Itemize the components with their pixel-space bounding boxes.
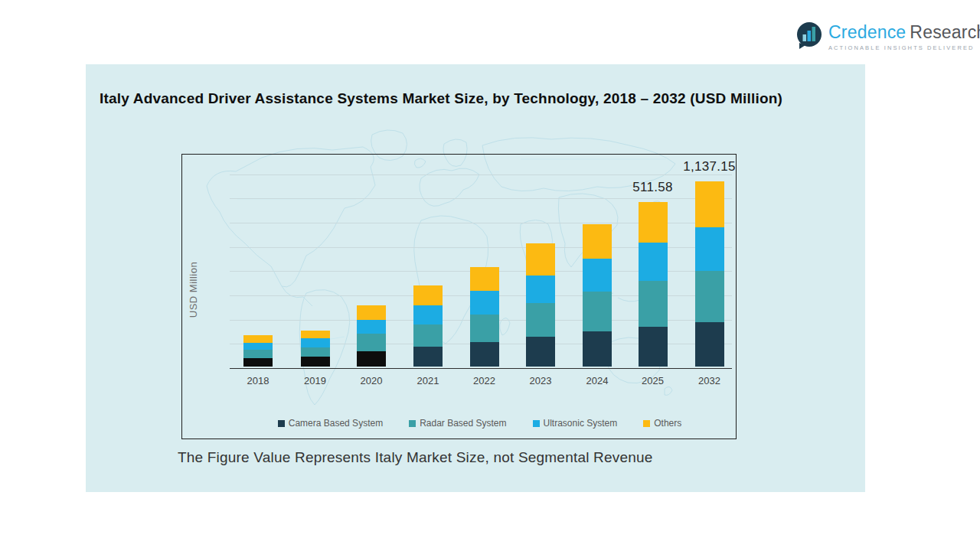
bar-segment-ultrasonic-system (695, 227, 724, 271)
logo-wordmark: CredenceResearch (828, 22, 980, 43)
legend-item-camera-based-system: Camera Based System (278, 418, 383, 429)
gridline (230, 198, 732, 199)
bar-segment-radar-based-system (583, 292, 612, 331)
bar-segment-ultrasonic-system (357, 320, 386, 333)
logo-bars-icon (796, 20, 824, 51)
x-tick-label: 2023 (518, 375, 564, 386)
plot-area: 20182019202020212022202320242025511.5820… (182, 155, 736, 439)
bar-segment-radar-based-system (357, 334, 386, 351)
legend-item-radar-based-system: Radar Based System (409, 418, 506, 429)
bar-segment-radar-based-system (301, 347, 330, 357)
report-panel: Italy Advanced Driver Assistance Systems… (86, 64, 865, 492)
x-tick-label: 2020 (348, 375, 394, 386)
bar-segment-others (583, 224, 612, 259)
gridline (230, 174, 732, 175)
legend-label: Ultrasonic System (544, 418, 618, 429)
logo-tagline: ACTIONABLE INSIGHTS DELIVERED (828, 44, 980, 51)
legend-label: Others (654, 418, 681, 429)
legend-swatch (409, 420, 416, 427)
logo-brand-secondary: Research (910, 22, 980, 42)
bar-segment-others (526, 243, 555, 275)
bar-segment-camera-based-system (526, 337, 555, 367)
data-label: 1,137.15 (683, 159, 736, 174)
bar-segment-camera-based-system (243, 358, 273, 366)
x-tick-label: 2021 (405, 375, 451, 386)
x-tick-label: 2032 (687, 375, 733, 386)
bar-segment-radar-based-system (639, 281, 668, 328)
credence-research-logo: CredenceResearch ACTIONABLE INSIGHTS DEL… (796, 20, 961, 54)
bar-segment-ultrasonic-system (583, 259, 612, 291)
bar-segment-ultrasonic-system (243, 343, 273, 350)
x-tick-label: 2018 (235, 375, 281, 386)
bar-segment-others (413, 285, 443, 305)
bar-segment-radar-based-system (243, 350, 273, 358)
bar-segment-ultrasonic-system (470, 291, 499, 315)
x-axis-line (230, 368, 732, 370)
bar-segment-camera-based-system (639, 327, 668, 366)
figure-footnote: The Figure Value Represents Italy Market… (178, 449, 653, 466)
bar-segment-others (639, 202, 668, 243)
chart-legend: Camera Based SystemRadar Based SystemUlt… (230, 418, 730, 429)
data-label: 511.58 (632, 180, 673, 195)
bar-segment-others (695, 181, 724, 227)
legend-item-ultrasonic-system: Ultrasonic System (533, 418, 618, 429)
bar-segment-radar-based-system (413, 324, 443, 347)
bar-segment-camera-based-system (301, 357, 330, 366)
bar-segment-ultrasonic-system (413, 305, 443, 324)
bar-segment-camera-based-system (357, 351, 386, 367)
bar-segment-ultrasonic-system (639, 243, 668, 280)
legend-swatch (643, 420, 650, 427)
bar-segment-others (470, 267, 499, 291)
chart-box: USD Million 2018201920202021202220232024… (181, 154, 737, 439)
bar-segment-radar-based-system (695, 271, 724, 322)
legend-swatch (278, 420, 285, 427)
bar-segment-camera-based-system (470, 342, 499, 366)
bar-segment-radar-based-system (470, 315, 499, 342)
bar-segment-others (243, 335, 273, 343)
legend-label: Radar Based System (420, 418, 506, 429)
x-tick-label: 2024 (574, 375, 620, 386)
x-tick-label: 2022 (462, 375, 508, 386)
legend-swatch (533, 420, 540, 427)
bar-segment-camera-based-system (413, 347, 443, 366)
bar-segment-ultrasonic-system (301, 338, 330, 347)
legend-item-others: Others (643, 418, 681, 429)
bar-segment-others (357, 305, 386, 320)
bar-segment-radar-based-system (526, 303, 555, 337)
x-tick-label: 2025 (630, 375, 676, 386)
logo-brand-primary: Credence (828, 22, 906, 42)
bar-segment-camera-based-system (695, 322, 724, 367)
bar-segment-camera-based-system (583, 331, 612, 367)
x-tick-label: 2019 (292, 375, 338, 386)
chart-title: Italy Advanced Driver Assistance Systems… (100, 90, 782, 107)
legend-label: Camera Based System (289, 418, 383, 429)
bar-segment-others (301, 331, 330, 339)
bar-segment-ultrasonic-system (526, 276, 555, 304)
